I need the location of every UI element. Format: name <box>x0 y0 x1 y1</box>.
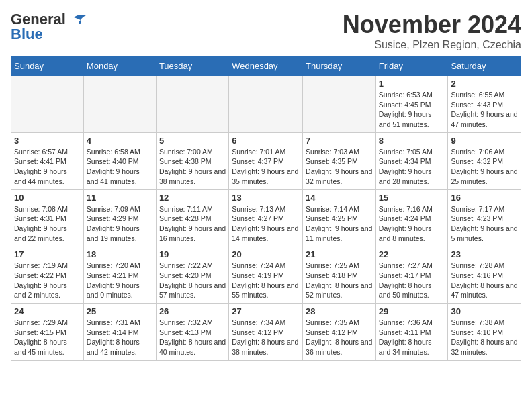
calendar-cell: 19Sunrise: 7:22 AM Sunset: 4:20 PM Dayli… <box>156 246 228 304</box>
calendar-cell: 7Sunrise: 7:03 AM Sunset: 4:35 PM Daylig… <box>303 132 376 189</box>
calendar-cell: 6Sunrise: 7:01 AM Sunset: 4:37 PM Daylig… <box>229 132 303 189</box>
day-info: Sunrise: 6:55 AM Sunset: 4:43 PM Dayligh… <box>451 90 518 130</box>
day-number: 10 <box>14 193 81 203</box>
calendar-cell: 12Sunrise: 7:11 AM Sunset: 4:28 PM Dayli… <box>156 189 228 246</box>
calendar-cell: 20Sunrise: 7:24 AM Sunset: 4:19 PM Dayli… <box>229 246 303 304</box>
day-number: 25 <box>87 306 153 316</box>
calendar-cell: 23Sunrise: 7:28 AM Sunset: 4:16 PM Dayli… <box>448 246 521 304</box>
day-info: Sunrise: 7:05 AM Sunset: 4:34 PM Dayligh… <box>379 147 445 187</box>
calendar-cell: 1Sunrise: 6:53 AM Sunset: 4:45 PM Daylig… <box>375 76 448 133</box>
day-number: 6 <box>232 136 300 146</box>
day-number: 14 <box>306 193 373 203</box>
calendar-week-row-5: 24Sunrise: 7:29 AM Sunset: 4:15 PM Dayli… <box>11 304 521 361</box>
day-number: 16 <box>451 193 518 203</box>
day-info: Sunrise: 6:53 AM Sunset: 4:45 PM Dayligh… <box>379 90 445 130</box>
day-info: Sunrise: 7:09 AM Sunset: 4:29 PM Dayligh… <box>87 204 153 244</box>
day-number: 30 <box>451 306 518 316</box>
day-number: 2 <box>451 79 518 89</box>
calendar-cell: 26Sunrise: 7:32 AM Sunset: 4:13 PM Dayli… <box>156 304 228 361</box>
calendar-cell: 28Sunrise: 7:35 AM Sunset: 4:12 PM Dayli… <box>303 304 376 361</box>
calendar-cell: 15Sunrise: 7:16 AM Sunset: 4:24 PM Dayli… <box>375 189 448 246</box>
calendar-cell: 27Sunrise: 7:34 AM Sunset: 4:12 PM Dayli… <box>229 304 303 361</box>
calendar-cell: 16Sunrise: 7:17 AM Sunset: 4:23 PM Dayli… <box>448 189 521 246</box>
day-info: Sunrise: 7:14 AM Sunset: 4:25 PM Dayligh… <box>306 204 373 244</box>
day-info: Sunrise: 7:03 AM Sunset: 4:35 PM Dayligh… <box>306 147 373 187</box>
calendar-cell: 18Sunrise: 7:20 AM Sunset: 4:21 PM Dayli… <box>83 246 156 304</box>
day-info: Sunrise: 7:35 AM Sunset: 4:12 PM Dayligh… <box>306 318 373 357</box>
month-title: November 2024 <box>343 11 521 39</box>
day-number: 1 <box>379 79 445 89</box>
calendar-cell: 5Sunrise: 7:00 AM Sunset: 4:38 PM Daylig… <box>156 132 228 189</box>
day-info: Sunrise: 7:25 AM Sunset: 4:18 PM Dayligh… <box>306 261 373 300</box>
day-info: Sunrise: 7:22 AM Sunset: 4:20 PM Dayligh… <box>159 261 226 300</box>
calendar-week-row-1: 1Sunrise: 6:53 AM Sunset: 4:45 PM Daylig… <box>11 76 521 133</box>
calendar-table: SundayMondayTuesdayWednesdayThursdayFrid… <box>11 56 521 361</box>
day-info: Sunrise: 7:32 AM Sunset: 4:13 PM Dayligh… <box>159 318 226 357</box>
logo: General Blue <box>11 11 87 43</box>
day-info: Sunrise: 7:16 AM Sunset: 4:24 PM Dayligh… <box>379 204 445 244</box>
day-info: Sunrise: 7:19 AM Sunset: 4:22 PM Dayligh… <box>14 261 81 300</box>
calendar-cell: 29Sunrise: 7:36 AM Sunset: 4:11 PM Dayli… <box>375 304 448 361</box>
calendar-cell: 30Sunrise: 7:38 AM Sunset: 4:10 PM Dayli… <box>448 304 521 361</box>
calendar-cell: 4Sunrise: 6:58 AM Sunset: 4:40 PM Daylig… <box>83 132 156 189</box>
day-info: Sunrise: 7:01 AM Sunset: 4:37 PM Dayligh… <box>232 147 300 187</box>
day-info: Sunrise: 7:27 AM Sunset: 4:17 PM Dayligh… <box>379 261 445 300</box>
day-info: Sunrise: 7:20 AM Sunset: 4:21 PM Dayligh… <box>87 261 153 300</box>
day-number: 28 <box>306 306 373 316</box>
day-info: Sunrise: 7:24 AM Sunset: 4:19 PM Dayligh… <box>232 261 300 300</box>
day-info: Sunrise: 7:06 AM Sunset: 4:32 PM Dayligh… <box>451 147 518 187</box>
calendar-cell: 14Sunrise: 7:14 AM Sunset: 4:25 PM Dayli… <box>303 189 376 246</box>
day-info: Sunrise: 6:58 AM Sunset: 4:40 PM Dayligh… <box>87 147 153 187</box>
day-info: Sunrise: 7:13 AM Sunset: 4:27 PM Dayligh… <box>232 204 300 244</box>
day-number: 11 <box>87 193 153 203</box>
day-info: Sunrise: 7:38 AM Sunset: 4:10 PM Dayligh… <box>451 318 518 357</box>
day-number: 17 <box>14 249 81 259</box>
title-section: November 2024 Susice, Plzen Region, Czec… <box>343 11 521 51</box>
day-number: 12 <box>159 193 226 203</box>
calendar-cell: 24Sunrise: 7:29 AM Sunset: 4:15 PM Dayli… <box>11 304 84 361</box>
calendar-header-thursday: Thursday <box>303 57 376 76</box>
calendar-cell <box>156 76 228 133</box>
day-number: 13 <box>232 193 300 203</box>
calendar-cell: 9Sunrise: 7:06 AM Sunset: 4:32 PM Daylig… <box>448 132 521 189</box>
day-info: Sunrise: 7:34 AM Sunset: 4:12 PM Dayligh… <box>232 318 300 357</box>
logo-text-blue: Blue <box>11 26 43 43</box>
calendar-week-row-4: 17Sunrise: 7:19 AM Sunset: 4:22 PM Dayli… <box>11 246 521 304</box>
day-number: 21 <box>306 249 373 259</box>
calendar-header-wednesday: Wednesday <box>229 57 303 76</box>
calendar-header-monday: Monday <box>83 57 156 76</box>
calendar-cell: 17Sunrise: 7:19 AM Sunset: 4:22 PM Dayli… <box>11 246 84 304</box>
location-title: Susice, Plzen Region, Czechia <box>343 39 521 51</box>
calendar-cell: 22Sunrise: 7:27 AM Sunset: 4:17 PM Dayli… <box>375 246 448 304</box>
day-number: 3 <box>14 136 81 146</box>
day-info: Sunrise: 7:28 AM Sunset: 4:16 PM Dayligh… <box>451 261 518 300</box>
calendar-cell: 10Sunrise: 7:08 AM Sunset: 4:31 PM Dayli… <box>11 189 84 246</box>
calendar-cell <box>11 76 84 133</box>
calendar-cell <box>303 76 376 133</box>
day-number: 9 <box>451 136 518 146</box>
day-number: 15 <box>379 193 445 203</box>
day-number: 5 <box>159 136 226 146</box>
logo-bird-icon <box>67 12 87 27</box>
calendar-cell <box>229 76 303 133</box>
calendar-cell: 3Sunrise: 6:57 AM Sunset: 4:41 PM Daylig… <box>11 132 84 189</box>
day-info: Sunrise: 7:36 AM Sunset: 4:11 PM Dayligh… <box>379 318 445 357</box>
day-info: Sunrise: 7:31 AM Sunset: 4:14 PM Dayligh… <box>87 318 153 357</box>
day-number: 18 <box>87 249 153 259</box>
calendar-header-friday: Friday <box>375 57 448 76</box>
day-number: 7 <box>306 136 373 146</box>
calendar-cell: 2Sunrise: 6:55 AM Sunset: 4:43 PM Daylig… <box>448 76 521 133</box>
day-number: 22 <box>379 249 445 259</box>
calendar-cell: 8Sunrise: 7:05 AM Sunset: 4:34 PM Daylig… <box>375 132 448 189</box>
calendar-cell: 21Sunrise: 7:25 AM Sunset: 4:18 PM Dayli… <box>303 246 376 304</box>
calendar-cell: 11Sunrise: 7:09 AM Sunset: 4:29 PM Dayli… <box>83 189 156 246</box>
calendar-header-tuesday: Tuesday <box>156 57 228 76</box>
day-number: 4 <box>87 136 153 146</box>
day-number: 8 <box>379 136 445 146</box>
day-info: Sunrise: 7:29 AM Sunset: 4:15 PM Dayligh… <box>14 318 81 357</box>
day-number: 26 <box>159 306 226 316</box>
page-header: General Blue November 2024 Susice, Plzen… <box>11 11 521 51</box>
calendar-header-sunday: Sunday <box>11 57 84 76</box>
day-info: Sunrise: 7:00 AM Sunset: 4:38 PM Dayligh… <box>159 147 226 187</box>
day-number: 20 <box>232 249 300 259</box>
